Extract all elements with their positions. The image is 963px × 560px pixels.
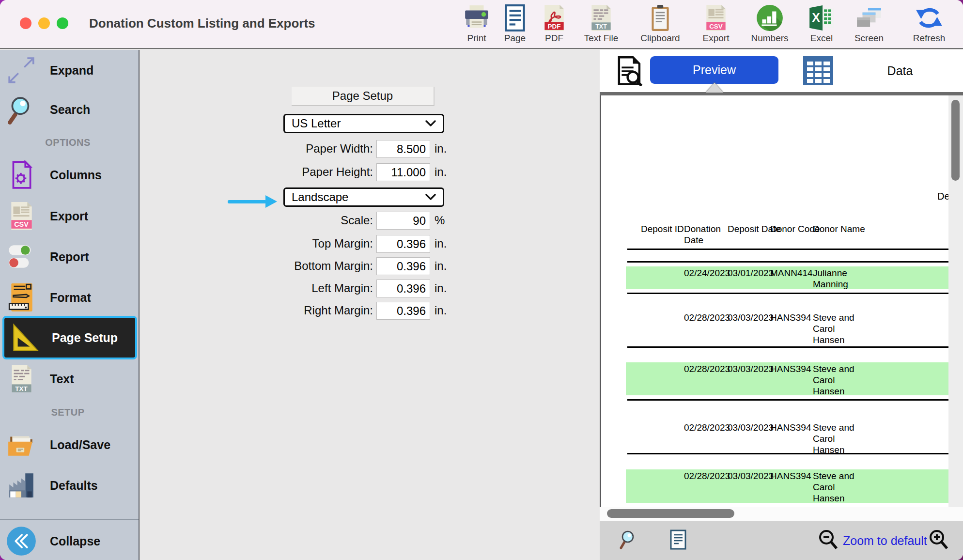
cell-donation-date: 02/28/2023 [684,312,730,323]
report-toggles-icon [6,241,37,272]
cell-donation-date: 02/28/2023 [684,470,730,482]
sidebar-item-report[interactable]: Report [0,236,140,277]
svg-text:CSV: CSV [14,220,29,228]
field-suffix: in. [435,304,447,317]
paper-size-select[interactable]: US Letter [283,114,444,133]
sidebar-item-text[interactable]: TXT Text [0,358,140,399]
sidebar-item-label: Page Setup [52,331,118,345]
screen-icon [840,3,898,32]
field-label: Paper Width: [228,142,373,156]
toolbar-label: Text File [572,33,630,44]
cell-donor-code: HANS394 [770,470,811,482]
svg-text:PDF: PDF [548,23,561,30]
vertical-scrollbar[interactable] [948,95,963,507]
tab-preview[interactable]: Preview [650,56,778,84]
sidebar-item-page-setup[interactable]: Page Setup [2,316,137,359]
zoom-in-icon[interactable] [928,529,949,553]
page-setup-panel: Page Setup US Letter Paper Width: in. Pa… [140,50,600,560]
cell-deposit-date: 03/03/2023 [728,363,774,374]
close-button[interactable] [20,17,31,29]
magnifier-icon[interactable] [618,529,637,552]
zoom-to-default-link[interactable]: Zoom to default [843,521,927,560]
cell-donation-date: 02/28/2023 [684,422,730,433]
report-preview-page[interactable]: De Deposit ID Donation Date Deposit Date… [600,95,948,507]
zoom-link-label: Zoom to default [843,534,927,548]
toolbar-item-refresh[interactable]: Refresh [900,3,958,44]
sidebar-item-label: Report [50,250,89,264]
preview-tab-bar: Preview Data [600,50,963,92]
orientation-value: Landscape [292,190,348,204]
right-margin-input[interactable] [376,302,430,320]
sidebar-item-export[interactable]: CSV Export [0,196,140,236]
toolbar-item-screen[interactable]: Screen [840,3,898,44]
cell-donor-code: MANN414 [770,267,813,279]
table-rule [627,453,948,454]
txt-icon: TXT [6,363,37,394]
field-suffix: % [435,214,445,227]
cell-donor-code: HANS394 [770,312,811,323]
cell-donation-date: 02/28/2023 [684,363,730,374]
cell-donor-name: Steve and Carol Hansen [813,312,859,345]
paper-size-value: US Letter [292,117,341,130]
toolbar-item-text-file[interactable]: TXT Text File [572,3,630,44]
txt-file-icon: TXT [572,3,630,32]
zoom-out-icon[interactable] [818,529,839,553]
chevron-down-icon [425,120,436,127]
sidebar-item-format[interactable]: Format [0,277,140,318]
app-window: Donation Custom Listing and Exports Prin… [0,0,963,560]
defaults-factory-icon [6,470,37,501]
title-bar: Donation Custom Listing and Exports Prin… [0,0,963,49]
sidebar-item-label: Load/Save [50,438,110,452]
table-rule [627,249,948,250]
paper-height-input[interactable] [376,163,430,181]
table-row[interactable]: 02/24/2023 03/01/2023 MANN414 Julianne M… [626,266,948,289]
horizontal-scrollbar[interactable] [600,507,963,521]
report-doc-icon[interactable] [668,529,688,552]
sidebar-item-load-save[interactable]: Load/Save [0,424,140,465]
column-header: Donation Date [684,223,723,246]
tab-preview-label: Preview [693,63,736,77]
table-row[interactable]: 02/28/2023 03/03/2023 HANS394 Steve and … [626,469,948,503]
sidebar-item-label: Format [50,291,91,305]
table-row[interactable]: 02/28/2023 03/03/2023 HANS394 Steve and … [626,362,948,395]
top-margin-input[interactable] [376,235,430,253]
vertical-scrollbar-thumb[interactable] [951,100,960,181]
sidebar-item-label: Columns [50,168,102,182]
left-margin-input[interactable] [376,280,430,297]
column-header: Deposit ID [641,223,684,234]
cell-donor-code: HANS394 [770,422,811,433]
table-rule [627,293,948,294]
cell-donor-name: Julianne Manning [813,267,859,290]
collapse-icon [6,526,37,557]
sidebar-item-collapse[interactable]: Collapse [0,521,140,560]
field-label: Left Margin: [228,281,373,295]
toolbar-item-export[interactable]: CSV Export [687,3,745,44]
cell-donor-name: Steve and Carol Hansen [813,363,859,397]
sidebar-item-expand[interactable]: Expand [0,50,140,91]
orientation-select[interactable]: Landscape [283,187,444,207]
scale-input[interactable] [376,212,430,230]
toolbar-item-clipboard[interactable]: Clipboard [631,3,689,44]
minimize-button[interactable] [38,17,50,29]
tab-separator-bar [600,92,963,95]
sidebar-item-columns[interactable]: Columns [0,155,140,195]
sidebar-item-search[interactable]: Search [0,89,140,130]
horizontal-scrollbar-thumb[interactable] [607,509,734,518]
sidebar-item-label: Expand [50,63,93,78]
toolbar-label: Numbers [741,33,799,44]
search-icon [6,94,37,125]
paper-width-input[interactable] [376,140,430,158]
bottom-margin-input[interactable] [376,257,430,275]
refresh-icon [900,3,958,32]
column-header: Donor Name [813,223,865,234]
tab-data[interactable]: Data [871,50,929,92]
field-suffix: in. [435,237,447,250]
folder-icon [6,429,37,460]
cell-donor-name: Steve and Carol Hansen [813,422,859,455]
toolbar-label: Screen [840,33,898,44]
cell-deposit-date: 03/03/2023 [728,312,774,323]
zoom-button[interactable] [57,17,68,29]
field-suffix: in. [435,142,447,156]
toolbar-item-numbers[interactable]: Numbers [741,3,799,44]
sidebar-item-defaults[interactable]: Defaults [0,465,140,506]
